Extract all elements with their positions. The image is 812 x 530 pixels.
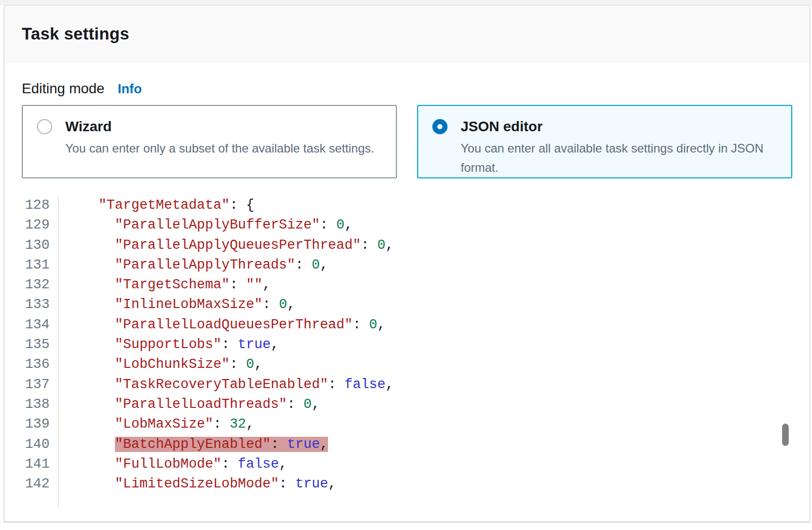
info-link[interactable]: Info: [117, 81, 142, 97]
line-number: 134: [5, 315, 54, 335]
line-number: 130: [5, 236, 54, 255]
line-number: 136: [5, 355, 54, 374]
line-number: 135: [5, 335, 54, 355]
line-number: 132: [5, 275, 54, 295]
code-text: "SupportLobs": true,: [58, 335, 809, 355]
code-text: "LobChunkSize": 0,: [58, 355, 809, 374]
code-line[interactable]: 139 "LobMaxSize": 32,: [5, 414, 809, 434]
wizard-label: Wizard: [65, 119, 112, 135]
tile-json-editor-head: JSON editor: [432, 119, 777, 135]
code-text: "LobMaxSize": 32,: [58, 414, 809, 434]
tile-json-editor[interactable]: JSON editor You can enter all available …: [417, 105, 792, 178]
code-line[interactable]: 130 "ParallelApplyQueuesPerThread": 0,: [5, 236, 809, 255]
line-number: 133: [5, 295, 54, 315]
code-line[interactable]: 133 "InlineLobMaxSize": 0,: [5, 295, 809, 315]
page-background-strip: [0, 0, 812, 5]
code-text: "LimitedSizeLobMode": true,: [58, 474, 809, 494]
code-line[interactable]: 142 "LimitedSizeLobMode": true,: [5, 474, 809, 494]
code-line[interactable]: 140 "BatchApplyEnabled": true,: [5, 435, 809, 455]
editing-mode-label: Editing mode: [22, 81, 104, 97]
editing-mode-tiles: Wizard You can enter only a subset of th…: [22, 105, 792, 178]
scrollbar-thumb[interactable]: [782, 424, 789, 446]
code-text: "ParallelApplyThreads": 0,: [58, 255, 809, 275]
line-number: 137: [5, 375, 54, 395]
panel-header: Task settings: [5, 6, 809, 62]
code-text: "FullLobMode": false,: [58, 455, 809, 474]
code-line[interactable]: 134 "ParallelLoadQueuesPerThread": 0,: [5, 315, 809, 335]
line-number: 139: [5, 414, 54, 434]
panel-content: Editing mode Info Wizard You can enter o…: [5, 62, 809, 508]
code-line[interactable]: 135 "SupportLobs": true,: [5, 335, 809, 355]
code-line[interactable]: 136 "LobChunkSize": 0,: [5, 355, 809, 374]
code-line[interactable]: 131 "ParallelApplyThreads": 0,: [5, 255, 809, 275]
json-editor-radio-button[interactable]: [432, 119, 448, 134]
json-editor-description: You can enter all available task setting…: [461, 139, 775, 177]
line-number: 138: [5, 395, 54, 414]
line-number: 142: [5, 474, 54, 494]
code-text: "ParallelLoadQueuesPerThread": 0,: [58, 315, 809, 335]
code-text: "InlineLobMaxSize": 0,: [58, 295, 809, 315]
code-text: "ParallelApplyBufferSize": 0,: [58, 215, 809, 235]
code-text: "TargetMetadata": {: [58, 196, 809, 215]
gutter-tail: [5, 494, 809, 508]
json-editor-label: JSON editor: [461, 119, 543, 135]
code-line[interactable]: 128 "TargetMetadata": {: [5, 196, 809, 215]
code-text: "TaskRecoveryTableEnabled": false,: [58, 375, 809, 395]
code-text: "ParallelApplyQueuesPerThread": 0,: [58, 236, 809, 255]
code-text: "BatchApplyEnabled": true,: [58, 435, 809, 455]
json-code-editor[interactable]: 128 "TargetMetadata": {129 "ParallelAppl…: [5, 196, 809, 508]
highlighted-code: "BatchApplyEnabled": true,: [115, 437, 328, 452]
code-line[interactable]: 141 "FullLobMode": false,: [5, 455, 809, 474]
code-line[interactable]: 138 "ParallelLoadThreads": 0,: [5, 395, 809, 414]
code-line[interactable]: 129 "ParallelApplyBufferSize": 0,: [5, 215, 809, 235]
page-title: Task settings: [22, 24, 129, 44]
tile-wizard[interactable]: Wizard You can enter only a subset of th…: [22, 105, 397, 178]
task-settings-panel: Task settings Editing mode Info Wizard Y…: [4, 5, 810, 522]
tile-wizard-head: Wizard: [37, 119, 382, 135]
code-text: "TargetSchema": "",: [58, 275, 809, 295]
line-number: 140: [5, 435, 54, 455]
line-number: 141: [5, 455, 54, 474]
code-text: "ParallelLoadThreads": 0,: [58, 395, 809, 414]
wizard-description: You can enter only a subset of the avail…: [65, 139, 382, 158]
code-line[interactable]: 137 "TaskRecoveryTableEnabled": false,: [5, 375, 809, 395]
line-number: 128: [5, 196, 54, 215]
wizard-radio-button[interactable]: [37, 119, 52, 134]
line-number: 131: [5, 255, 54, 275]
code-line[interactable]: 132 "TargetSchema": "",: [5, 275, 809, 295]
line-number: 129: [5, 215, 54, 235]
editing-mode-row: Editing mode Info: [22, 81, 792, 97]
